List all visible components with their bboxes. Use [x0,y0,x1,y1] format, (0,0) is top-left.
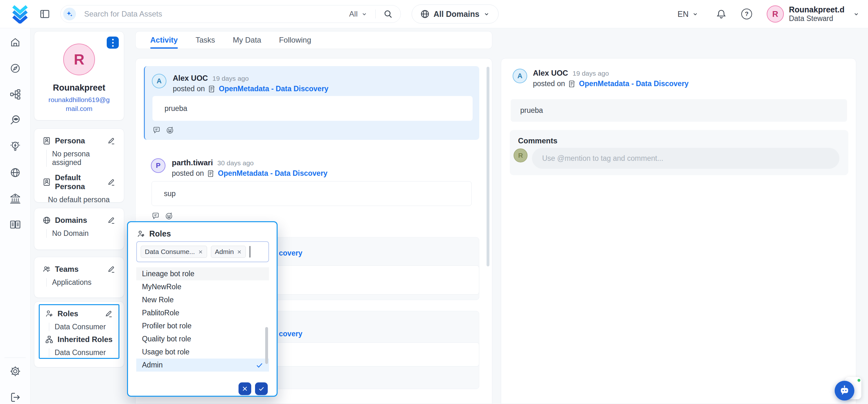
add-reaction-icon[interactable] [165,212,173,220]
post-target-link[interactable]: OpenMetadata - Data Discovery [219,85,329,93]
default-persona-value: No default persona [46,196,116,204]
ai-sparkle-icon[interactable] [63,8,76,20]
remove-chip-icon[interactable] [198,250,203,254]
robot-icon [838,385,850,397]
top-navbar: Search for Data Assets All All Domains E… [0,0,868,28]
edit-domains-icon[interactable] [107,216,116,224]
left-nav-rail [0,28,30,404]
role-option[interactable]: New Role [136,293,269,307]
domains-globe-icon[interactable] [9,167,21,179]
confirm-button[interactable] [255,382,268,395]
close-icon [242,385,248,392]
post-author[interactable]: Alex UOC [173,74,208,83]
globe-icon [420,9,430,19]
post-target-link-fragment[interactable]: covery [279,249,302,257]
post-time: 19 days ago [572,69,609,77]
post-target-link[interactable]: OpenMetadata - Data Discovery [218,169,328,178]
chevron-down-icon [483,10,490,18]
post-target-link-fragment[interactable]: covery [279,329,302,338]
bell-icon [716,8,727,19]
profile-card: R Rounakpreet rounakdhillon619@gmail.com [34,31,124,120]
help-button[interactable]: ? [741,8,752,19]
language-dropdown[interactable]: EN [677,9,699,19]
author-avatar: P [151,158,165,173]
global-search[interactable]: Search for Data Assets All [60,5,401,23]
feed-post[interactable]: P parth.tiwari 30 days ago posted on Ope… [144,151,479,225]
role-option[interactable]: Quality bot role [136,333,269,346]
edit-default-persona-icon[interactable] [107,178,116,186]
roles-multiselect-input[interactable]: Data Consume... Admin [136,241,269,262]
remove-chip-icon[interactable] [237,250,242,254]
persona-card-icon [42,137,51,145]
sidebar-collapse-icon[interactable] [39,8,50,19]
profile-avatar: R [63,44,95,75]
profile-email[interactable]: rounakdhillon619@gmail.com [46,95,113,113]
glossary-book-icon[interactable] [9,219,21,231]
logout-icon[interactable] [9,391,21,403]
tab-tasks[interactable]: Tasks [196,31,215,49]
teams-value[interactable]: Applications [46,278,116,287]
role-option[interactable]: Usage bot role [136,346,269,358]
tab-following[interactable]: Following [279,31,311,49]
role-option[interactable]: Lineage bot role [136,267,269,280]
edit-persona-icon[interactable] [107,137,116,145]
cancel-button[interactable] [239,382,251,395]
teams-card: Teams Applications [34,257,124,298]
search-input[interactable]: Search for Data Assets [84,9,349,19]
comment-input[interactable]: Use @mention to tag and comment... [532,148,839,169]
default-persona-title: Default Persona [55,173,103,191]
home-icon[interactable] [9,36,21,48]
persona-value: No persona assigned [46,150,116,167]
add-reaction-icon[interactable] [166,126,174,134]
popup-list-scrollbar[interactable] [265,327,268,364]
openmetadata-logo[interactable] [11,4,29,24]
domains-title: Domains [55,216,103,225]
chat-online-dot [858,379,860,382]
search-icon[interactable] [383,9,393,19]
settings-gear-icon[interactable] [9,365,21,377]
comment-icon[interactable] [152,212,160,220]
govern-bank-icon[interactable] [9,193,21,205]
edit-teams-icon[interactable] [107,265,116,273]
post-target-link[interactable]: OpenMetadata - Data Discovery [579,80,688,88]
comment-icon[interactable] [152,126,161,134]
rail-divider [4,357,26,358]
feed-post-selected[interactable]: A Alex UOC 19 days ago posted on OpenMet… [144,66,479,140]
roles-icon [137,230,145,238]
roles-option-list: Lineage bot role MyNewRole New Role Pabl… [136,267,269,372]
roles-title: Roles [58,309,101,318]
role-option-selected[interactable]: Admin [136,358,269,372]
discovery-search-eye-icon[interactable] [9,114,21,126]
selected-role-chip[interactable]: Admin [211,246,246,258]
feed-scrollbar[interactable] [487,67,489,266]
chat-bot-button[interactable] [835,381,854,401]
selected-role-chip[interactable]: Data Consume... [141,246,207,258]
roles-edit-popup: Roles Data Consume... Admin Lineage bot … [127,221,278,397]
tab-my-data[interactable]: My Data [233,31,261,49]
post-time: 30 days ago [217,159,253,167]
profile-more-button[interactable] [107,36,119,49]
search-scope-dropdown[interactable]: All [349,9,368,19]
edit-roles-icon[interactable] [105,310,113,318]
post-author[interactable]: Alex UOC [533,69,568,78]
document-icon [208,85,216,93]
chevron-down-icon [692,10,699,18]
divider [375,9,376,19]
author-avatar: A [513,69,527,83]
explore-compass-icon[interactable] [9,62,21,75]
lineage-flow-icon[interactable] [9,88,21,100]
post-time: 19 days ago [213,75,249,82]
all-domains-dropdown[interactable]: All Domains [412,4,499,24]
tab-activity[interactable]: Activity [150,31,178,49]
role-option[interactable]: MyNewRole [136,280,269,293]
role-option[interactable]: Profiler bot role [136,319,269,333]
user-menu[interactable]: Rounakpreet.d Data Steward [789,5,844,23]
insights-bulb-icon[interactable] [9,141,21,152]
notifications-button[interactable] [716,8,727,19]
check-icon [256,362,263,369]
default-persona-card-icon [42,178,51,186]
user-avatar[interactable]: R [767,5,784,23]
chevron-down-icon[interactable] [853,10,860,18]
post-author[interactable]: parth.tiwari [172,158,213,167]
role-option[interactable]: PablitoRole [136,307,269,319]
